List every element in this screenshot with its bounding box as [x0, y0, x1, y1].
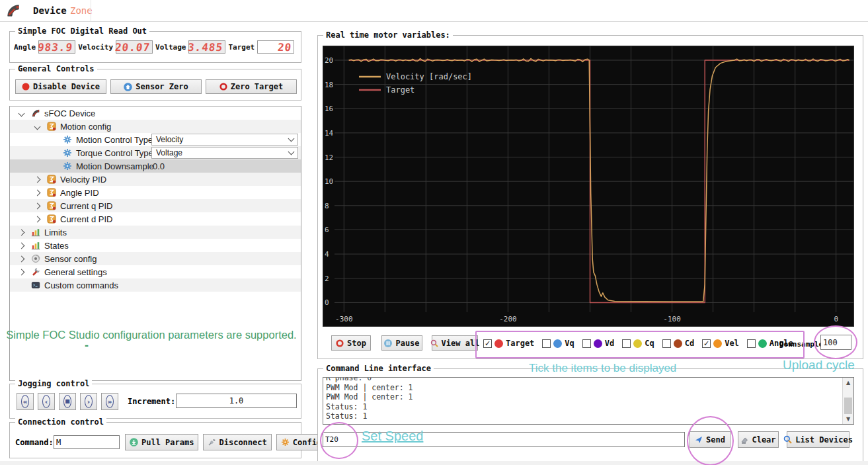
- digital-readout-title: Simple FOC Digital Read Out: [15, 26, 149, 36]
- tree-label: Custom commands: [44, 280, 118, 290]
- disable-device-button[interactable]: Disable Device: [15, 79, 106, 94]
- svg-text:-200: -200: [499, 315, 517, 323]
- scroll-up-icon[interactable]: ▲: [843, 378, 853, 388]
- svg-text:4: 4: [325, 250, 329, 259]
- pause-icon: [384, 339, 392, 347]
- tree-chevron-right-icon[interactable]: [19, 256, 25, 263]
- torque-control-type-dropdown[interactable]: Voltage: [151, 147, 298, 159]
- tree-label: Velocity PID: [60, 175, 106, 185]
- note-dash: -: [85, 339, 89, 353]
- sigma-icon: [47, 201, 56, 210]
- tree-chevron-right-icon[interactable]: [34, 216, 41, 223]
- disconnect-button[interactable]: Disconnect: [203, 434, 271, 450]
- cli-output-text: R phase: 0PWM Mod | center: 1PWM Mod | c…: [326, 378, 840, 421]
- tree-row-current-d-pid[interactable]: Current d PID: [10, 212, 301, 226]
- stop-button[interactable]: Stop: [331, 335, 371, 351]
- dropdown-value: Voltage: [156, 148, 182, 157]
- command-input[interactable]: [54, 435, 120, 449]
- disable-device-label: Disable Device: [33, 82, 100, 91]
- dro-value-target[interactable]: 20: [257, 40, 294, 54]
- jog-left-icon: ‹: [42, 395, 50, 408]
- tree-row-sensor-config[interactable]: Sensor config: [10, 252, 301, 265]
- tree-label: Motion Control Type: [76, 135, 153, 145]
- jog-left-button[interactable]: ‹: [38, 393, 55, 410]
- jog-fast-right-icon: »: [106, 395, 114, 408]
- tree-row-custom-commands[interactable]: Custom commands: [10, 278, 301, 292]
- tree-label: Motion Downsample: [76, 161, 154, 171]
- gauge-icon: [31, 108, 40, 118]
- cli-group: Command Line interface R phase: 0PWM Mod…: [317, 368, 863, 462]
- tree-row-angle-pid[interactable]: Angle PID: [10, 186, 301, 199]
- tree-label: States: [44, 241, 69, 251]
- scroll-down-icon[interactable]: ▼: [843, 414, 853, 424]
- tree-row-motion-config[interactable]: Motion config: [10, 120, 301, 133]
- tree-row-motion-downsample[interactable]: Motion Downsample0.0: [10, 159, 301, 173]
- sigma-icon: [47, 175, 56, 184]
- list-devices-button[interactable]: List Devices: [787, 431, 849, 448]
- tree-row-motion-control-type[interactable]: Motion Control TypeVelocity: [10, 133, 301, 146]
- zero-target-label: Zero Target: [231, 82, 283, 91]
- tree-row-states[interactable]: States: [10, 239, 301, 252]
- increment-label: Increment:: [128, 397, 175, 406]
- jog-fast-right-button[interactable]: »: [101, 393, 118, 410]
- tree-chevron-right-icon[interactable]: [34, 203, 41, 210]
- sigma-icon: [47, 188, 56, 197]
- annotation-set-speed: Set Speed: [362, 429, 423, 444]
- increment-input[interactable]: [176, 394, 297, 408]
- view-all-magnifier-icon: [430, 339, 438, 347]
- tree-chevron-right-icon[interactable]: [19, 269, 25, 276]
- tree-row-general-settings[interactable]: General settings: [10, 265, 301, 278]
- pause-button[interactable]: Pause: [381, 335, 422, 351]
- tab-zone[interactable]: Zone: [70, 5, 93, 16]
- circle-annotation-command: [320, 422, 358, 459]
- tree-chevron-right-icon[interactable]: [34, 190, 41, 196]
- stop-icon: [336, 339, 344, 347]
- svg-text:-100: -100: [663, 315, 681, 323]
- tree-row-velocity-pid[interactable]: Velocity PID: [10, 173, 301, 186]
- tree-row-torque-control-type[interactable]: Torque Control TypeVoltage: [10, 146, 301, 159]
- tree-chevron-right-icon[interactable]: [19, 243, 25, 249]
- dro-label-target: Target: [228, 43, 255, 52]
- dro-label-voltage: Voltage: [155, 43, 186, 52]
- terminal-icon: [31, 280, 40, 290]
- top-tab-bar: Device Zone: [0, 0, 868, 22]
- tab-device[interactable]: Device: [33, 5, 67, 16]
- cli-line: Status: 1: [326, 411, 840, 421]
- svg-text:6: 6: [325, 226, 329, 234]
- tree-row-current-q-pid[interactable]: Current q PID: [10, 199, 301, 212]
- svg-text:12: 12: [325, 153, 333, 162]
- tree-row-sfoc-device[interactable]: sFOC Device: [10, 106, 301, 120]
- pull-params-button[interactable]: Pull Params: [125, 434, 198, 450]
- app-logo-gauge-icon: [6, 3, 20, 18]
- chevron-down-icon: [288, 136, 295, 142]
- sensor-zero-button[interactable]: Sensor Zero: [110, 79, 202, 94]
- app-window: Device Zone Simple FOC Digital Read Out …: [0, 0, 868, 465]
- dro-value-angle: 983.9: [38, 40, 75, 54]
- svg-text:10: 10: [325, 177, 333, 186]
- bars-icon: [31, 228, 40, 237]
- tree-chevron-right-icon[interactable]: [19, 230, 25, 236]
- clear-button[interactable]: Clear: [738, 431, 779, 448]
- digital-readout-group: Simple FOC Digital Read Out Angle983.9Ve…: [9, 31, 301, 63]
- tree-row-limits[interactable]: Limits: [10, 226, 301, 239]
- scroll-thumb[interactable]: [844, 398, 852, 415]
- realtime-variables-title: Real time motor variables:: [323, 30, 453, 40]
- svg-text:8: 8: [325, 202, 329, 210]
- connection-buttons: Pull ParamsDisconnectConfigure: [125, 434, 297, 450]
- tree-chevron-down-icon[interactable]: [34, 124, 41, 130]
- annotation-upload-cycle: Upload cycle: [783, 358, 855, 372]
- jog-right-button[interactable]: ›: [80, 393, 97, 410]
- cli-line: Status: 1: [326, 402, 840, 412]
- tree-label: General settings: [44, 267, 107, 277]
- cli-scrollbar[interactable]: ▲ ▼: [842, 378, 853, 424]
- motion-downsample-value: 0.0: [153, 161, 165, 171]
- zero-target-button[interactable]: Zero Target: [206, 79, 297, 94]
- connection-control-group: Connection control Command: Pull ParamsD…: [9, 422, 301, 458]
- view-all-button[interactable]: View all: [432, 335, 478, 351]
- pull-params-label: Pull Params: [141, 438, 194, 447]
- jog-fast-left-button[interactable]: «: [17, 393, 34, 410]
- motion-control-type-dropdown[interactable]: Velocity: [151, 134, 298, 146]
- jog-stop-button[interactable]: ■: [59, 393, 76, 410]
- tree-chevron-right-icon[interactable]: [34, 177, 41, 183]
- tree-chevron-down-icon[interactable]: [19, 110, 25, 117]
